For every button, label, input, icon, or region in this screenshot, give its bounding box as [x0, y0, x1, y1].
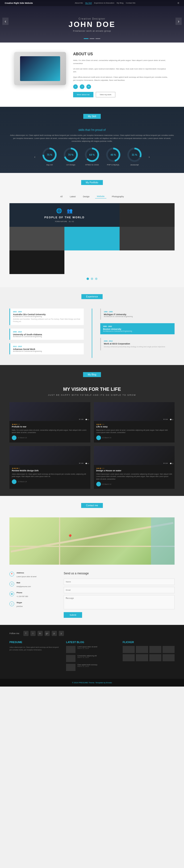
- social-facebook[interactable]: f: [73, 84, 78, 89]
- skills-prev-arrow[interactable]: ‹: [34, 155, 35, 159]
- skill-html-pct: 64 %: [86, 149, 98, 160]
- filter-photography[interactable]: Photography: [110, 194, 126, 198]
- blog-section: My Blog MY VISION FOR THE LIFE JUST BE H…: [0, 365, 184, 496]
- port-dot-2[interactable]: [91, 278, 93, 280]
- blog-card-3-date: 22 March 14: [18, 481, 27, 483]
- footer-social-f[interactable]: f: [23, 631, 29, 636]
- contact-phone-text: +1 234 567 890: [16, 596, 28, 597]
- hero-next-arrow[interactable]: ›: [176, 18, 182, 25]
- footer-social-y[interactable]: y: [59, 631, 64, 636]
- map-bg: 📍: [9, 518, 175, 565]
- footer-post-1-title: Lorem ipsum dolor sit amet: [77, 646, 97, 648]
- portfolio-item-1[interactable]: [120, 203, 175, 227]
- view-work-btn[interactable]: View my work: [96, 92, 115, 97]
- timeline-left-2: 2008 - 2010 University of South-Alabama …: [9, 329, 84, 340]
- skill-ux-label: UX Design: [64, 164, 78, 166]
- filter-design[interactable]: Design: [81, 194, 91, 198]
- hero-prev-arrow[interactable]: ‹: [2, 18, 8, 25]
- flicker-thumb-7: [149, 654, 161, 661]
- footer-col-1: PRESUME Julius ullamcorper mi. Class apt…: [9, 641, 61, 673]
- skills-next-arrow[interactable]: ›: [149, 155, 150, 159]
- blog-card-2-avatar: [96, 435, 101, 440]
- contact-address-text: Lorem ipsum dolor sit amet: [16, 576, 36, 578]
- footer-thumb-3-text: Class aptent taciti sociosqu March 12, 2…: [77, 664, 98, 671]
- timeline-right: 1990 - 1995 Michigan IT University Archi…: [100, 309, 175, 358]
- tl1-role: Architecture & Commercial Engineering: [13, 316, 81, 317]
- tr1-date: 1990 - 1995: [104, 311, 172, 313]
- timeline-center: [88, 309, 96, 358]
- form-message-input[interactable]: [64, 595, 175, 609]
- form-email-input[interactable]: [64, 587, 175, 593]
- skills-subtitle: skills that I'm proud of: [9, 128, 175, 132]
- contact-phone-item: ☎ Phone +1 234 567 890: [9, 592, 57, 598]
- flicker-thumb-5: [123, 654, 135, 661]
- nav-social-icons: ⚙: [177, 2, 179, 4]
- footer-col-3: FLICKER: [123, 641, 175, 673]
- flicker-thumb-2: [136, 646, 148, 653]
- portfolio-world-icons: 🌐 👥: [56, 208, 73, 214]
- footer-follow-label: Follow me:: [9, 632, 20, 634]
- filter-website[interactable]: Website: [95, 194, 106, 198]
- hero-dot-1[interactable]: [84, 38, 88, 39]
- timeline-right-2: 2000 - 2003 Boston University Architectu…: [100, 323, 175, 334]
- contact-mail-text: info@presume.com: [16, 586, 31, 587]
- nav-skill[interactable]: My Skill: [85, 2, 92, 4]
- port-dot-1[interactable]: [86, 278, 89, 280]
- contact-tag: Contact me: [81, 503, 103, 508]
- contact-mail-label: Mail: [16, 582, 31, 584]
- social-linkedin[interactable]: in: [86, 84, 91, 89]
- blog-card-1-comments: 💬 11: [85, 418, 89, 420]
- footer-post-2-date: March 18, 2014: [77, 656, 97, 658]
- portfolio-item-3[interactable]: [64, 227, 119, 250]
- skill-html-label: HTML5 & CSS3: [85, 164, 99, 166]
- filter-latest[interactable]: Latest: [68, 194, 78, 198]
- nav-contact[interactable]: Contact Me: [126, 2, 136, 4]
- portfolio-item-2[interactable]: [9, 227, 64, 250]
- skill-html-circle: 64 %: [85, 148, 99, 162]
- blog-card-3-img-inner: [9, 446, 90, 465]
- blog-card-2-views: 👁 5.9K: [163, 418, 168, 420]
- filter-all[interactable]: All: [58, 194, 64, 198]
- skill-aspnet: 75 % Asp.net: [42, 148, 57, 166]
- blog-card-3-stars: ★★★★☆: [12, 467, 88, 469]
- blog-card-1-body: ★★★☆☆ Prelude to war Hello, I'm Lorem ip…: [9, 421, 90, 442]
- social-twitter[interactable]: t: [80, 84, 84, 89]
- portfolio-featured-sub: FORM NATURE 01 / 02: [55, 221, 74, 222]
- skills-section: My Skill skills that I'm proud of Julius…: [0, 107, 184, 173]
- skill-aspnet-pct: 75 %: [44, 149, 55, 160]
- nav-exp[interactable]: Experience & Education: [94, 2, 114, 4]
- tr2-role: Architecture & Commercial Engineering: [103, 330, 172, 332]
- tr2-date: 2000 - 2003: [103, 326, 172, 327]
- portfolio-featured[interactable]: 🌐 👥 PEOPLE OF THE WORLD FORM NATURE 01 /…: [9, 203, 120, 227]
- skill-php-circle: 46 %: [106, 148, 120, 162]
- portfolio-item-4[interactable]: [120, 227, 175, 250]
- skill-php: 46 % PHP & MySQL: [106, 148, 120, 166]
- footer-social-t[interactable]: t: [30, 631, 36, 636]
- form-title: Send us a message: [64, 572, 175, 575]
- footer-post-3-title: Class aptent taciti sociosqu: [77, 664, 98, 665]
- blog-card-3-views: 👁 5.9K: [79, 463, 83, 464]
- footer-flicker-grid: [123, 646, 175, 661]
- blog-card-4-text: Cillent biamcorper Lorem ipsum dolor sit…: [96, 473, 173, 480]
- footer-copyright-author: Envato: [106, 682, 112, 684]
- form-name-input[interactable]: [64, 579, 175, 585]
- tl1-date: 2003 - 2004: [13, 311, 81, 313]
- portfolio-item-5[interactable]: [9, 250, 64, 274]
- about-laptop: [14, 52, 66, 85]
- footer-social-g[interactable]: g+: [45, 631, 50, 636]
- footer-copyright-text: © 2014 PRESUME Theme. Template by: [72, 682, 105, 684]
- more-about-btn[interactable]: More about me: [73, 92, 94, 97]
- form-submit-btn[interactable]: Submit: [64, 612, 82, 618]
- nav-blog[interactable]: My Blog: [116, 2, 123, 4]
- nav-about[interactable]: About Me: [75, 2, 83, 4]
- blog-card-4-title: Design a House on water: [96, 469, 173, 472]
- map-road-h2: [9, 546, 175, 547]
- contact-info: 📍 Address Lorem ipsum dolor sit amet ✉ M…: [9, 572, 57, 618]
- map-road-h1: [11, 522, 174, 553]
- hero-dot-2[interactable]: [89, 38, 95, 39]
- skill-js-circle: 31 %: [127, 148, 142, 162]
- footer-social-p[interactable]: p: [52, 631, 57, 636]
- hero-dot-3[interactable]: [96, 38, 100, 39]
- port-dot-3[interactable]: [95, 278, 98, 280]
- footer-social-in[interactable]: in: [38, 631, 43, 636]
